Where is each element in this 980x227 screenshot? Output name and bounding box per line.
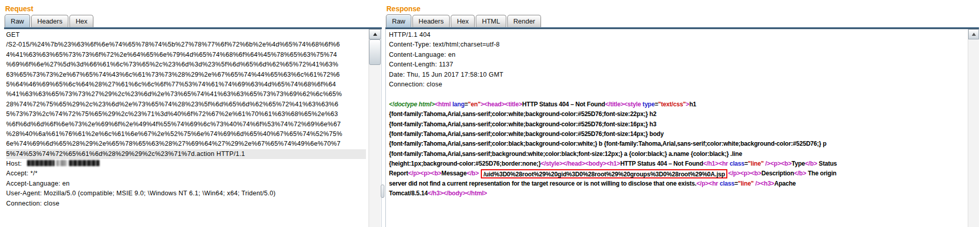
html-tag: </b> [805,160,817,167]
scrollbar-thumb[interactable] [369,39,381,65]
request-raw-editor[interactable]: GET/S2-015/%24%7b%23%63%6f%6e%74%65%78%7… [4,29,382,227]
request-line: %69%6f%6e%27%5d%3d%66%61%6c%73%65%2c%23%… [6,60,366,70]
html-text: Message [442,170,467,177]
request-line: 6e%74%69%6d%65%28%29%2e%65%78%65%63%28%2… [6,139,366,149]
html-text: Tomcat/8.5.14 [389,190,428,197]
html-tag: <hr [708,180,720,187]
response-header-line: Content-Length: 1137 [389,60,966,70]
html-plain: = [655,101,658,108]
request-tab-bar: RawHeadersHex [4,14,382,27]
html-tag: </style></head><body><h1> [541,160,620,167]
request-tab-hex[interactable]: Hex [69,15,93,27]
request-line: /S2-015/%24%7b%23%63%6f%6e%74%65%78%74%5… [6,40,366,50]
response-tab-underline [385,27,979,29]
request-panel: Request RawHeadersHex GET/S2-015/%24%7b%… [4,0,382,227]
html-tag: /> [754,180,761,187]
response-html-line: {font-family:Tahoma,Arial,sans-serif;col… [389,139,966,149]
response-html-line: <!doctype html><html lang="en"><head><ti… [389,100,966,109]
html-tag: <h3> [761,180,774,187]
request-line: 63%65%73%73%2e%67%65%74%43%6c%61%73%73%2… [6,70,366,80]
html-text: HTTP Status 404 – Not Found [522,101,605,108]
request-line: 5%74%53%74%72%65%61%6d%28%29%29%2c%23%71… [6,149,366,159]
html-text: {font-family:Tahoma,Arial,sans-serif;col… [389,110,656,118]
redacted-host-value [56,160,67,166]
response-html-line: Tomcat/8.5.14</h3></body></html> [389,189,966,198]
response-tab-render[interactable]: Render [507,15,542,27]
panel-splitter-grip[interactable] [381,185,384,198]
response-html-line: {font-family:Tahoma,Arial,sans-serif;col… [389,129,966,139]
request-line: Connection: close [6,199,366,209]
request-line: GET [6,30,366,40]
request-line: %41%63%63%65%73%73%27%29%2c%23%6d%2e%73%… [6,89,366,99]
html-tag: </h3></body></html> [428,190,487,197]
html-text: server did not find a current representa… [389,180,696,187]
response-html-source: <!doctype html><html lang="en"><head><ti… [389,100,966,199]
response-header-line: Connection: close [389,80,966,89]
html-text: {font-family:Tahoma,Arial,sans-serif;bac… [389,150,742,157]
html-tag: ><head><title> [480,101,522,108]
response-html-line: server did not find a current representa… [389,179,966,189]
html-text: {font-family:Tahoma,Arial,sans-serif;col… [389,121,656,128]
html-attr-value: "en" [468,101,481,108]
request-host-line: Host: [6,159,366,169]
request-line: Accept: */* [6,169,366,178]
response-header-line: Content-Language: en [389,50,966,60]
html-tag: </title> [605,101,624,108]
request-line: 5%64%46%69%65%6c%64%28%27%61%6c%6c%6f%77… [6,80,366,89]
scroll-up-button[interactable] [968,29,979,39]
response-tab-raw[interactable]: Raw [386,14,411,27]
request-line: Accept-Language: en [6,179,366,189]
response-tab-headers[interactable]: Headers [412,15,450,27]
html-plain: = [464,101,468,108]
request-line: %6f%6d%6d%6f%6e%73%2e%69%6f%2e%49%4f%55%… [6,120,366,129]
redacted-host-value [69,160,100,166]
html-attr-name: class [729,160,744,167]
html-text: {font-family:Tahoma,Arial,sans-serif;col… [389,130,664,138]
response-tab-hex[interactable]: Hex [451,15,475,27]
response-header-line: HTTP/1.1 404 [389,30,966,40]
response-panel: Response RawHeadersHexHTMLRender HTTP/1.… [385,0,979,227]
html-plain: = [734,180,738,187]
html-attr-name: lang [452,101,464,108]
html-text: Description [762,170,794,177]
html-attr-name: class [720,180,734,187]
html-text: {font-family:Tahoma,Arial,sans-serif;col… [389,140,826,147]
html-text: h1 [689,101,696,108]
request-line: %28%40%6a%61%76%61%2e%6c%61%6e%67%2e%52%… [6,129,366,139]
request-tab-raw[interactable]: Raw [5,14,30,27]
html-attr-value: "line" [748,160,764,167]
html-attr-name: type [643,101,655,108]
html-doctype: <!doctype html> [389,101,435,108]
response-html-line: Report</p><p><b>Message</b> /uid%3D0%28r… [389,169,966,178]
response-header-line: Content-Type: text/html;charset=utf-8 [389,40,966,50]
request-line: 5%73%73%2c%74%72%75%65%29%2c%23%71%3d%40… [6,109,366,119]
html-attr-value: "line" [738,180,754,187]
arrow-up-icon [972,33,976,36]
html-text: HTTP Status 404 – Not Found [620,160,703,167]
scroll-up-button[interactable] [369,29,381,39]
html-text: Status [817,160,837,167]
response-panel-title: Response [385,0,979,14]
request-tab-underline [4,27,382,29]
response-html-line: {height:1px;background-color:#525D76;bor… [389,159,966,169]
html-tag: <style [624,101,643,108]
response-html-line: {font-family:Tahoma,Arial,sans-serif;col… [389,120,966,129]
html-tag: <html [435,101,452,108]
response-html-line: {font-family:Tahoma,Arial,sans-serif;col… [389,109,966,119]
html-tag: </p> [696,180,708,187]
html-tag: <p><b> [770,160,792,167]
request-line: 4%41%63%63%65%73%73%6f%72%2e%64%65%6e%79… [6,50,366,60]
response-raw-editor[interactable]: HTTP/1.1 404Content-Type: text/html;char… [385,29,979,227]
html-tag: /> [764,160,770,167]
html-tag: <hr [719,160,730,167]
request-scrollbar[interactable] [369,29,381,227]
request-line: 28%74%72%75%65%29%2c%23%6d%2e%73%65%74%2… [6,100,366,109]
response-header-line: Date: Thu, 15 Jun 2017 17:58:10 GMT [389,70,966,80]
response-tab-html[interactable]: HTML [476,15,506,27]
html-text: {height:1px;background-color:#525D76;bor… [389,160,541,167]
request-panel-title: Request [4,0,382,14]
request-tab-headers[interactable]: Headers [31,15,68,27]
html-text: Type [792,160,805,167]
redacted-host-value [27,160,55,166]
response-scrollbar[interactable] [968,29,979,227]
